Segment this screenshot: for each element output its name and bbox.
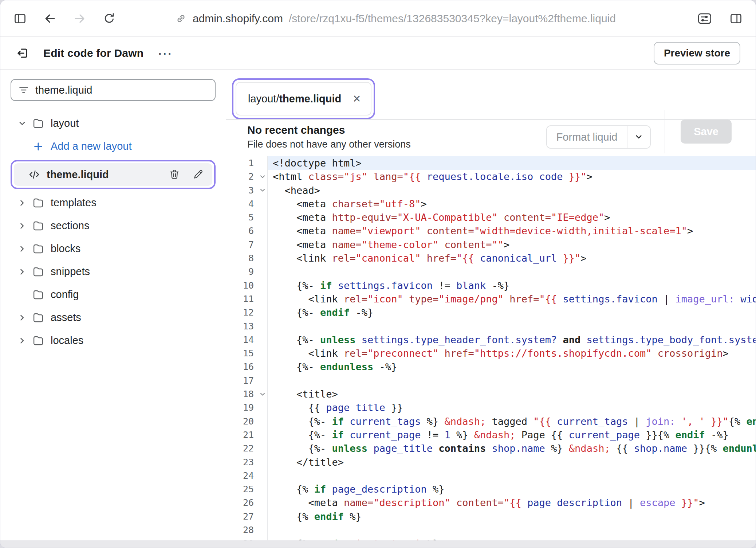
save-button[interactable]: Save (681, 120, 732, 144)
code-line[interactable]: 14 {%- unless settings.type_header_font.… (226, 333, 756, 347)
close-icon[interactable]: × (353, 92, 361, 105)
code-text: {% if page_description %} (268, 482, 756, 496)
code-text: <meta charset="utf-8"> (268, 197, 756, 211)
line-number: 11 (226, 292, 268, 306)
forward-icon[interactable] (73, 12, 86, 25)
line-number: 14 (226, 333, 268, 347)
sidebar-item-theme-liquid[interactable]: theme.liquid (14, 163, 212, 186)
fold-caret-icon[interactable] (259, 187, 266, 194)
code-text: {% render 'meta-tags' %} (268, 537, 756, 540)
code-text: {%- if settings.favicon != blank -%} (268, 279, 756, 292)
code-line[interactable]: 7 <meta name="theme-color" content=""> (226, 238, 756, 251)
tree-item-label: layout (51, 117, 79, 129)
annotation-ring-tab: layout/theme.liquid × (232, 78, 375, 119)
code-line[interactable]: 4 <meta charset="utf-8"> (226, 197, 756, 211)
split-view-icon[interactable] (729, 12, 743, 25)
exit-icon[interactable] (16, 46, 30, 60)
code-line[interactable]: 17 (226, 374, 756, 387)
line-number: 12 (226, 306, 268, 319)
line-number: 23 (226, 455, 268, 469)
code-text: {%- unless page_title contains shop.name… (268, 442, 756, 455)
code-line[interactable]: 15 <link rel="preconnect" href="https://… (226, 347, 756, 360)
address-bar[interactable]: admin.shopify.com/store/rzq1xu-f5/themes… (175, 12, 680, 25)
tab-theme-liquid[interactable]: layout/theme.liquid × (236, 82, 371, 116)
more-actions-button[interactable]: ⋯ (157, 46, 172, 60)
code-line[interactable]: 20 {%- if current_tags %} &ndash; tagged… (226, 415, 756, 428)
code-line[interactable]: 19 {{ page_title }} (226, 401, 756, 414)
code-line[interactable]: 18 <title> (226, 387, 756, 401)
tree-item-label: sections (51, 220, 89, 232)
code-text: {%- if current_tags %} &ndash; tagged "{… (268, 415, 756, 428)
code-text: <!doctype html> (268, 156, 756, 170)
page-settings-icon[interactable] (697, 12, 713, 25)
pencil-icon[interactable] (193, 169, 204, 180)
code-line[interactable]: 1<!doctype html> (226, 156, 756, 170)
code-editor[interactable]: 1<!doctype html>2<html class="js" lang="… (226, 154, 756, 540)
code-line[interactable]: 8 <link rel="canonical" href="{{ canonic… (226, 251, 756, 265)
sidebar-item-blocks[interactable]: blocks (11, 237, 216, 260)
code-line[interactable]: 3 <head> (226, 184, 756, 197)
sidebar-item-layout[interactable]: layout (11, 112, 216, 135)
code-line[interactable]: 27 {% endif %} (226, 510, 756, 523)
sidebar-item-snippets[interactable]: snippets (11, 260, 216, 283)
reload-icon[interactable] (103, 12, 115, 25)
code-text (268, 523, 756, 537)
chevron-down-icon[interactable] (627, 126, 650, 148)
trash-icon[interactable] (169, 169, 180, 180)
code-text: </title> (268, 455, 756, 469)
line-number: 17 (226, 374, 268, 387)
chevron-right-icon[interactable] (15, 265, 29, 279)
add-layout-button[interactable]: Add a new layout (11, 135, 216, 158)
chevron-right-icon[interactable] (15, 310, 29, 325)
code-line[interactable]: 29 {% render 'meta-tags' %} (226, 537, 756, 540)
chevron-right-icon[interactable] (15, 242, 29, 256)
code-line[interactable]: 16 {%- endunless -%} (226, 360, 756, 373)
chevron-down-icon[interactable] (15, 116, 29, 131)
chevron-right-icon[interactable] (15, 219, 29, 233)
sidebar-item-sections[interactable]: sections (11, 214, 216, 237)
code-line[interactable]: 9 (226, 265, 756, 278)
sidebar-toggle-icon[interactable] (13, 12, 27, 25)
code-line[interactable]: 11 <link rel="icon" type="image/png" hre… (226, 292, 756, 306)
code-line[interactable]: 28 (226, 523, 756, 537)
code-text: {%- endunless -%} (268, 360, 756, 373)
plus-icon (30, 138, 46, 154)
editor-pane: layout/theme.liquid × No recent changes … (226, 70, 756, 540)
sidebar-item-locales[interactable]: locales (11, 329, 216, 352)
code-line[interactable]: 24 (226, 469, 756, 482)
fold-caret-icon[interactable] (259, 173, 266, 180)
chevron-right-icon[interactable] (15, 196, 29, 210)
format-liquid-button[interactable]: Format liquid (546, 125, 651, 149)
fold-caret-icon[interactable] (259, 391, 266, 398)
sidebar-item-templates[interactable]: templates (11, 191, 216, 214)
code-line[interactable]: 21 {%- if current_page != 1 %} &ndash; P… (226, 428, 756, 442)
filter-icon (18, 84, 29, 96)
code-line[interactable]: 13 (226, 320, 756, 333)
annotation-ring-file: theme.liquid (11, 160, 216, 189)
code-line[interactable]: 5 <meta http-equiv="X-UA-Compatible" con… (226, 211, 756, 224)
code-line[interactable]: 23 </title> (226, 455, 756, 469)
code-text: <html class="js" lang="{{ request.locale… (268, 170, 756, 183)
chevron-right-icon[interactable] (15, 333, 29, 348)
search-input[interactable] (35, 84, 208, 96)
file-search-box[interactable] (11, 79, 216, 101)
sidebar-item-assets[interactable]: assets (11, 306, 216, 329)
code-line[interactable]: 22 {%- unless page_title contains shop.n… (226, 442, 756, 455)
code-line[interactable]: 6 <meta name="viewport" content="width=d… (226, 224, 756, 238)
line-number: 1 (226, 156, 268, 170)
back-icon[interactable] (43, 12, 56, 25)
code-line[interactable]: 12 {%- endif -%} (226, 306, 756, 319)
content-area: layoutAdd a new layouttheme.liquidtempla… (0, 70, 756, 540)
code-text: <head> (268, 184, 756, 197)
folder-icon (30, 241, 46, 257)
line-number: 28 (226, 523, 268, 537)
preview-store-button[interactable]: Preview store (654, 42, 740, 64)
code-line[interactable]: 2<html class="js" lang="{{ request.local… (226, 170, 756, 183)
code-line[interactable]: 10 {%- if settings.favicon != blank -%} (226, 279, 756, 292)
editor-header: No recent changes File does not have any… (226, 120, 756, 154)
line-number: 8 (226, 251, 268, 265)
sidebar-item-config[interactable]: config (11, 283, 216, 306)
code-line[interactable]: 26 <meta name="description" content="{{ … (226, 496, 756, 509)
url-path: /store/rzq1xu-f5/themes/132683530345?key… (289, 12, 616, 25)
code-line[interactable]: 25 {% if page_description %} (226, 482, 756, 496)
